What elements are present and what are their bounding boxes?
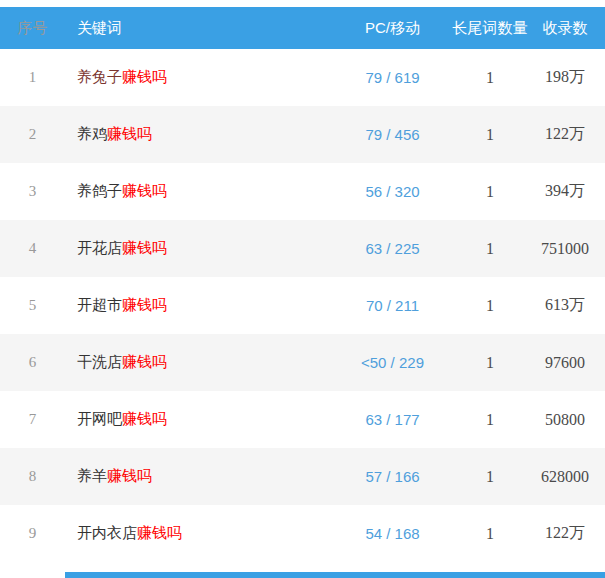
keyword-link[interactable]: 开超市赚钱吗	[77, 296, 167, 315]
keyword-highlight: 赚钱吗	[122, 239, 167, 256]
column-header-keyword: 关键词	[65, 19, 330, 38]
next-section-header-strip	[65, 572, 605, 578]
table-row: 8 养羊赚钱吗 57 / 166 1 628000	[0, 448, 605, 505]
keyword-link[interactable]: 干洗店赚钱吗	[77, 353, 167, 372]
keyword-prefix: 养兔子	[77, 68, 122, 85]
collect-count: 198万	[525, 67, 605, 88]
keyword-highlight: 赚钱吗	[107, 467, 152, 484]
row-index: 4	[0, 240, 65, 257]
pc-mobile-index-link[interactable]: <50 / 229	[330, 354, 455, 371]
table-row: 1 养兔子赚钱吗 79 / 619 1 198万	[0, 49, 605, 106]
keyword-link[interactable]: 开花店赚钱吗	[77, 239, 167, 258]
pc-mobile-index-link[interactable]: 57 / 166	[330, 468, 455, 485]
pc-mobile-index-link[interactable]: 54 / 168	[330, 525, 455, 542]
collect-count: 628000	[525, 468, 605, 486]
keyword-link[interactable]: 养鸡赚钱吗	[77, 125, 152, 144]
collect-count: 50800	[525, 411, 605, 429]
keyword-prefix: 开网吧	[77, 410, 122, 427]
longtail-count: 1	[455, 69, 525, 87]
longtail-count: 1	[455, 468, 525, 486]
column-header-index: 序号	[0, 19, 65, 38]
keyword-highlight: 赚钱吗	[122, 182, 167, 199]
collect-count: 122万	[525, 523, 605, 544]
table-row: 6 干洗店赚钱吗 <50 / 229 1 97600	[0, 334, 605, 391]
collect-count: 394万	[525, 181, 605, 202]
keyword-cell: 开超市赚钱吗	[65, 296, 330, 315]
keyword-highlight: 赚钱吗	[122, 410, 167, 427]
keyword-cell: 养羊赚钱吗	[65, 467, 330, 486]
row-index: 6	[0, 354, 65, 371]
keyword-cell: 养兔子赚钱吗	[65, 68, 330, 87]
table-header-row: 序号 关键词 PC/移动 长尾词数量 收录数	[0, 7, 605, 49]
collect-count: 97600	[525, 354, 605, 372]
row-index: 2	[0, 126, 65, 143]
keyword-prefix: 开超市	[77, 296, 122, 313]
table-row: 5 开超市赚钱吗 70 / 211 1 613万	[0, 277, 605, 334]
keyword-prefix: 开内衣店	[77, 524, 137, 541]
column-header-longtail-count: 长尾词数量	[455, 19, 525, 38]
longtail-count: 1	[455, 354, 525, 372]
keyword-cell: 干洗店赚钱吗	[65, 353, 330, 372]
table-row: 2 养鸡赚钱吗 79 / 456 1 122万	[0, 106, 605, 163]
keyword-prefix: 开花店	[77, 239, 122, 256]
keyword-link[interactable]: 开网吧赚钱吗	[77, 410, 167, 429]
longtail-count: 1	[455, 525, 525, 543]
pc-mobile-index-link[interactable]: 63 / 177	[330, 411, 455, 428]
keyword-link[interactable]: 养兔子赚钱吗	[77, 68, 167, 87]
longtail-count: 1	[455, 183, 525, 201]
longtail-count: 1	[455, 240, 525, 258]
keyword-prefix: 养鸡	[77, 125, 107, 142]
keyword-link[interactable]: 养羊赚钱吗	[77, 467, 152, 486]
row-index: 8	[0, 468, 65, 485]
keyword-cell: 开内衣店赚钱吗	[65, 524, 330, 543]
keyword-cell: 养鸡赚钱吗	[65, 125, 330, 144]
collect-count: 122万	[525, 124, 605, 145]
keyword-link[interactable]: 养鸽子赚钱吗	[77, 182, 167, 201]
table-row: 9 开内衣店赚钱吗 54 / 168 1 122万	[0, 505, 605, 562]
keyword-highlight: 赚钱吗	[107, 125, 152, 142]
pc-mobile-index-link[interactable]: 79 / 619	[330, 69, 455, 86]
keyword-link[interactable]: 开内衣店赚钱吗	[77, 524, 182, 543]
keyword-prefix: 养鸽子	[77, 182, 122, 199]
row-index: 9	[0, 525, 65, 542]
keyword-cell: 开网吧赚钱吗	[65, 410, 330, 429]
keyword-prefix: 干洗店	[77, 353, 122, 370]
collect-count: 613万	[525, 295, 605, 316]
keyword-highlight: 赚钱吗	[122, 68, 167, 85]
keyword-table-body: 1 养兔子赚钱吗 79 / 619 1 198万 2 养鸡赚钱吗 79 / 45…	[0, 49, 605, 562]
keyword-cell: 开花店赚钱吗	[65, 239, 330, 258]
keyword-highlight: 赚钱吗	[122, 296, 167, 313]
keyword-ranking-page: 序号 关键词 PC/移动 长尾词数量 收录数 1 养兔子赚钱吗 79 / 619…	[0, 0, 605, 578]
column-header-pc-mobile: PC/移动	[330, 19, 455, 38]
pc-mobile-index-link[interactable]: 63 / 225	[330, 240, 455, 257]
keyword-highlight: 赚钱吗	[137, 524, 182, 541]
table-row: 4 开花店赚钱吗 63 / 225 1 751000	[0, 220, 605, 277]
pc-mobile-index-link[interactable]: 70 / 211	[330, 297, 455, 314]
row-index: 1	[0, 69, 65, 86]
keyword-highlight: 赚钱吗	[122, 353, 167, 370]
row-index: 7	[0, 411, 65, 428]
column-header-collect-count: 收录数	[525, 19, 605, 38]
longtail-count: 1	[455, 126, 525, 144]
pc-mobile-index-link[interactable]: 79 / 456	[330, 126, 455, 143]
keyword-prefix: 养羊	[77, 467, 107, 484]
table-row: 3 养鸽子赚钱吗 56 / 320 1 394万	[0, 163, 605, 220]
keyword-cell: 养鸽子赚钱吗	[65, 182, 330, 201]
table-row: 7 开网吧赚钱吗 63 / 177 1 50800	[0, 391, 605, 448]
pc-mobile-index-link[interactable]: 56 / 320	[330, 183, 455, 200]
longtail-count: 1	[455, 411, 525, 429]
row-index: 5	[0, 297, 65, 314]
longtail-count: 1	[455, 297, 525, 315]
collect-count: 751000	[525, 240, 605, 258]
row-index: 3	[0, 183, 65, 200]
